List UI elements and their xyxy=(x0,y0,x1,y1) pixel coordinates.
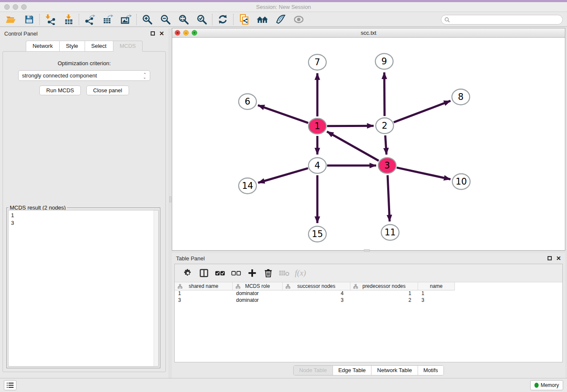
criterion-value: strongly connected component xyxy=(22,72,143,79)
edge-2-9[interactable] xyxy=(384,72,385,116)
tab-network-table[interactable]: Network Table xyxy=(372,366,418,375)
toolbar-separator xyxy=(79,14,79,25)
node-9[interactable]: 9 xyxy=(375,54,393,69)
export-image-button[interactable] xyxy=(117,13,135,26)
cell-successor-nodes: 3 xyxy=(283,297,350,304)
node-4[interactable]: 4 xyxy=(308,158,326,174)
vertical-splitter-handle[interactable] xyxy=(169,196,171,202)
node-label: 8 xyxy=(458,92,463,102)
function-builder-button[interactable]: f(x) xyxy=(292,266,308,280)
node-label: 7 xyxy=(314,57,320,67)
network-window-titlebar[interactable]: ✕ − + scc.txt xyxy=(172,28,565,38)
delete-column-button[interactable] xyxy=(260,266,276,280)
search-input[interactable] xyxy=(441,15,563,25)
edge-2-8[interactable] xyxy=(394,101,451,122)
float-table-panel-icon[interactable] xyxy=(548,256,552,260)
zoom-fit-button[interactable] xyxy=(174,13,193,26)
refresh-button[interactable] xyxy=(214,13,232,26)
memory-label: Memory xyxy=(541,382,559,388)
zoom-selected-button[interactable] xyxy=(193,13,211,26)
memory-button[interactable]: Memory xyxy=(530,380,563,390)
export-table-button[interactable] xyxy=(99,13,117,26)
node-14[interactable]: 14 xyxy=(239,178,256,194)
network-canvas[interactable]: 7968124314101511 xyxy=(172,38,565,250)
toolbar-separator xyxy=(212,14,212,25)
node-6[interactable]: 6 xyxy=(239,94,256,110)
hide-selected-button[interactable] xyxy=(289,13,308,26)
plus-icon xyxy=(248,268,257,278)
edge-4-14[interactable] xyxy=(258,168,308,182)
column-view-button[interactable] xyxy=(196,266,212,280)
close-table-panel-icon[interactable]: ✕ xyxy=(556,255,561,262)
delete-table-button[interactable] xyxy=(276,266,292,280)
first-neighbors-button[interactable] xyxy=(253,13,271,26)
column-header-predecessor-nodes[interactable]: predecessor nodes xyxy=(350,282,418,290)
select-all-columns-button[interactable] xyxy=(212,266,228,280)
node-8[interactable]: 8 xyxy=(452,89,470,105)
node-label: 15 xyxy=(312,229,323,239)
table-settings-button[interactable] xyxy=(180,266,196,280)
network-title: scc.txt xyxy=(172,30,565,36)
apply-style-button[interactable] xyxy=(271,13,289,26)
export-table-icon xyxy=(102,14,113,25)
table-row[interactable]: 1dominator411 xyxy=(175,290,562,297)
node-3[interactable]: 3 xyxy=(378,158,396,174)
select-stepper-icon: ⌃⌃ xyxy=(143,73,146,78)
node-2[interactable]: 2 xyxy=(376,118,394,134)
edge-3-1[interactable] xyxy=(327,132,379,161)
edge-3-11[interactable] xyxy=(388,175,390,221)
export-image-icon xyxy=(121,14,132,25)
node-7[interactable]: 7 xyxy=(308,55,326,70)
column-header-MCDS-role[interactable]: MCDS role xyxy=(233,282,283,290)
refresh-icon xyxy=(217,14,228,25)
node-15[interactable]: 15 xyxy=(308,226,326,242)
tab-select[interactable]: Select xyxy=(85,41,113,52)
tab-style[interactable]: Style xyxy=(59,41,85,52)
import-table-button[interactable] xyxy=(59,13,77,26)
table-row[interactable]: 3dominator323 xyxy=(175,297,562,304)
criterion-select[interactable]: strongly connected component ⌃⌃ xyxy=(18,70,150,81)
horizontal-splitter-handle[interactable] xyxy=(364,249,370,251)
float-panel-icon[interactable] xyxy=(151,31,155,36)
import-table-icon xyxy=(63,14,74,25)
column-header-shared-name[interactable]: shared name xyxy=(175,282,233,290)
column-header-successor-nodes[interactable]: successor nodes xyxy=(283,282,350,290)
open-folder-icon xyxy=(6,14,17,25)
column-view-icon xyxy=(199,268,209,278)
tab-motifs[interactable]: Motifs xyxy=(418,366,443,375)
node-label: 6 xyxy=(245,97,250,107)
export-network-button[interactable] xyxy=(80,13,99,26)
node-10[interactable]: 10 xyxy=(452,174,470,190)
window-title: Session: New Session xyxy=(0,4,567,10)
task-list-icon xyxy=(7,382,14,388)
close-panel-button[interactable]: Close panel xyxy=(86,86,129,95)
table-body: 1dominator4113dominator323 xyxy=(175,290,562,304)
network-view-window: ✕ − + scc.txt 7968124314101511 xyxy=(172,28,565,251)
result-scrollbar[interactable] xyxy=(154,210,158,366)
tab-network[interactable]: Network xyxy=(26,41,59,52)
zoom-in-button[interactable] xyxy=(138,13,156,26)
zoom-out-button[interactable] xyxy=(156,13,174,26)
import-network-button[interactable] xyxy=(41,13,59,26)
column-header-name[interactable]: name xyxy=(418,282,455,290)
cell-MCDS-role: dominator xyxy=(233,290,283,297)
tab-mcds[interactable]: MCDS xyxy=(113,41,143,52)
edge-3-10[interactable] xyxy=(396,168,450,179)
run-mcds-button[interactable]: Run MCDS xyxy=(39,86,81,95)
new-network-from-selection-button[interactable] xyxy=(235,13,253,26)
node-1[interactable]: 1 xyxy=(308,119,326,134)
mcds-result-box[interactable]: 1 3 xyxy=(8,210,159,367)
main-toolbar xyxy=(0,12,567,27)
edge-2-3[interactable] xyxy=(385,135,386,155)
edge-1-2[interactable] xyxy=(327,126,374,126)
task-history-button[interactable] xyxy=(4,380,17,390)
edge-1-6[interactable] xyxy=(258,105,308,123)
tab-node-table[interactable]: Node Table xyxy=(294,366,333,375)
deselect-all-columns-button[interactable] xyxy=(228,266,244,280)
close-panel-icon[interactable]: ✕ xyxy=(159,30,164,37)
tab-edge-table[interactable]: Edge Table xyxy=(333,366,372,375)
open-file-button[interactable] xyxy=(2,13,20,26)
add-column-button[interactable] xyxy=(244,266,260,280)
save-session-button[interactable] xyxy=(20,13,38,26)
node-11[interactable]: 11 xyxy=(381,225,399,240)
